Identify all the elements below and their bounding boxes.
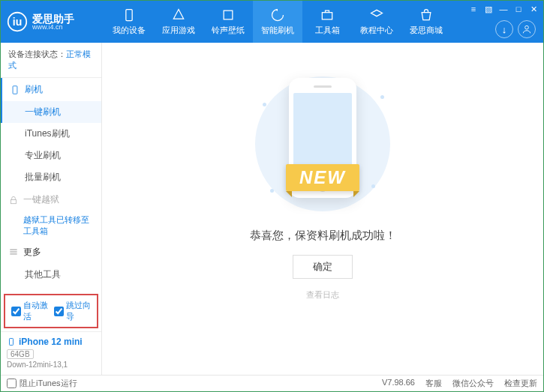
nav-toolbox[interactable]: 工具箱 xyxy=(302,1,352,43)
footer: 阻止iTunes运行 V7.98.66 客服 微信公众号 检查更新 xyxy=(1,375,543,391)
svg-rect-4 xyxy=(322,13,332,19)
window-controls: ≡ ▧ — □ ✕ xyxy=(468,4,539,14)
sidebar-group-jailbreak: 一键越狱 xyxy=(1,188,101,211)
sidebar-list: 刷机 一键刷机 iTunes刷机 专业刷机 批量刷机 一键越狱 越狱工具已转移至… xyxy=(1,78,101,291)
app-url: www.i4.cn xyxy=(32,24,74,31)
svg-point-5 xyxy=(525,25,529,29)
skin-icon[interactable]: ▧ xyxy=(483,4,494,14)
jailbreak-note: 越狱工具已转移至工具箱 xyxy=(1,211,101,241)
checkbox-skip-guide[interactable]: 跳过向导 xyxy=(54,300,91,322)
footer-link-wechat[interactable]: 微信公众号 xyxy=(452,378,494,389)
svg-rect-3 xyxy=(224,10,233,19)
footer-link-update[interactable]: 检查更新 xyxy=(504,378,537,389)
device-storage: 64GB xyxy=(7,349,34,359)
menu-icon[interactable]: ≡ xyxy=(468,4,479,14)
sidebar-item-other-tools[interactable]: 其他工具 xyxy=(1,264,101,286)
minimize-icon[interactable]: — xyxy=(498,4,509,14)
sidebar-item-batch-flash[interactable]: 批量刷机 xyxy=(1,166,101,188)
nav-apps-games[interactable]: 应用游戏 xyxy=(154,1,203,43)
success-message: 恭喜您，保资料刷机成功啦！ xyxy=(250,229,396,243)
lock-icon xyxy=(8,195,19,205)
sidebar-item-itunes-flash[interactable]: iTunes刷机 xyxy=(1,123,101,145)
footer-right: V7.98.66 客服 微信公众号 检查更新 xyxy=(382,378,537,389)
sidebar-item-pro-flash[interactable]: 专业刷机 xyxy=(1,145,101,166)
logo-block: iu 爱思助手 www.i4.cn xyxy=(7,11,104,32)
main-content: NEW 恭喜您，保资料刷机成功啦！ 确定 查看日志 xyxy=(102,43,543,375)
close-icon[interactable]: ✕ xyxy=(528,4,539,14)
nav-ringtone-wallpaper[interactable]: 铃声壁纸 xyxy=(203,1,253,43)
connection-status: 设备连接状态：正常模式 xyxy=(1,43,101,78)
svg-text:iu: iu xyxy=(13,16,22,28)
footer-link-support[interactable]: 客服 xyxy=(425,378,442,389)
sidebar-group-flash[interactable]: 刷机 xyxy=(1,78,101,101)
sidebar: 设备连接状态：正常模式 刷机 一键刷机 iTunes刷机 专业刷机 批量刷机 一… xyxy=(1,43,102,375)
nav-tutorials[interactable]: 教程中心 xyxy=(352,1,401,43)
logo-icon: iu xyxy=(7,11,28,32)
header: iu 爱思助手 www.i4.cn 我的设备 应用游戏 铃声壁纸 智能刷机 工具… xyxy=(1,1,543,43)
svg-rect-7 xyxy=(11,199,17,203)
checkbox-block-itunes[interactable]: 阻止iTunes运行 xyxy=(7,378,77,389)
view-log-link[interactable]: 查看日志 xyxy=(306,289,339,301)
device-firmware-info: Down-12mini-13,1 xyxy=(7,361,95,369)
sidebar-item-download-firmware[interactable]: 下载固件 xyxy=(1,286,101,291)
app-title: 爱思助手 xyxy=(32,13,74,24)
success-illustration: NEW xyxy=(248,73,398,215)
device-info-block[interactable]: iPhone 12 mini 64GB Down-12mini-13,1 xyxy=(1,331,101,375)
version-label: V7.98.66 xyxy=(382,378,415,389)
download-icon[interactable]: ↓ xyxy=(495,20,513,38)
device-name: iPhone 12 mini xyxy=(7,337,95,347)
svg-rect-11 xyxy=(10,339,14,346)
phone-icon xyxy=(10,85,20,95)
new-ribbon: NEW xyxy=(286,164,359,191)
sidebar-item-oneclick-flash[interactable]: 一键刷机 xyxy=(1,101,101,123)
main-nav: 我的设备 应用游戏 铃声壁纸 智能刷机 工具箱 教程中心 爱思商城 xyxy=(104,1,451,43)
confirm-button[interactable]: 确定 xyxy=(293,255,353,279)
sidebar-group-more[interactable]: 更多 xyxy=(1,241,101,264)
svg-rect-2 xyxy=(126,10,132,21)
header-extra: ↓ xyxy=(495,20,536,38)
phone-icon xyxy=(7,337,16,346)
body: 设备连接状态：正常模式 刷机 一键刷机 iTunes刷机 专业刷机 批量刷机 一… xyxy=(1,43,543,375)
options-highlight-box: 自动激活 跳过向导 xyxy=(4,294,98,328)
svg-rect-6 xyxy=(13,85,17,94)
more-icon xyxy=(8,247,19,257)
checkbox-auto-activate[interactable]: 自动激活 xyxy=(11,300,48,322)
nav-store[interactable]: 爱思商城 xyxy=(401,1,451,43)
nav-smart-flash[interactable]: 智能刷机 xyxy=(253,1,302,43)
maximize-icon[interactable]: □ xyxy=(513,4,524,14)
account-icon[interactable] xyxy=(518,20,536,38)
nav-my-device[interactable]: 我的设备 xyxy=(104,1,154,43)
